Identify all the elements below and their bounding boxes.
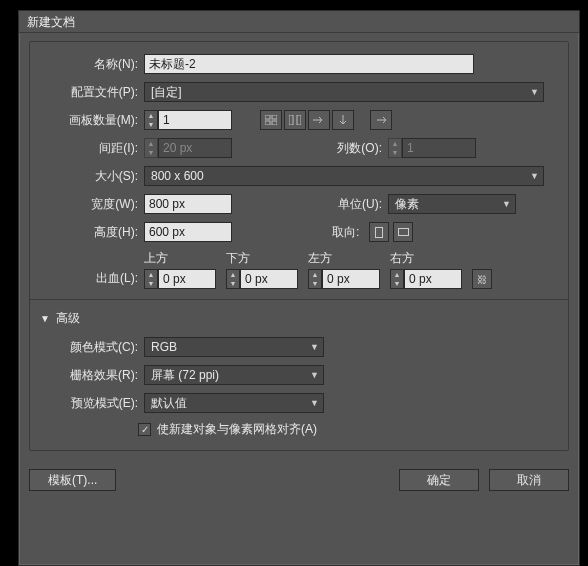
profile-value: [自定]	[151, 84, 182, 101]
height-label: 高度(H):	[40, 224, 138, 241]
spin-down-icon: ▼	[145, 148, 157, 157]
svg-rect-2	[265, 121, 270, 125]
spin-up-icon[interactable]: ▲	[391, 270, 403, 279]
color-mode-label: 颜色模式(C):	[40, 339, 138, 356]
height-input[interactable]	[144, 222, 232, 242]
spin-up-icon[interactable]: ▲	[227, 270, 239, 279]
spacing-label: 间距(I):	[40, 140, 138, 157]
svg-rect-4	[289, 115, 293, 125]
advanced-toggle[interactable]: ▼ 高级	[40, 310, 558, 327]
size-value: 800 x 600	[151, 169, 204, 183]
orientation-landscape-button[interactable]	[393, 222, 413, 242]
title-bar: 新建文档	[19, 11, 579, 33]
dialog-content: 名称(N): 配置文件(P): [自定] ▼ 画板数量(M): ▲▼	[19, 33, 579, 459]
dropdown-arrow-icon: ▼	[310, 370, 319, 380]
link-icon: ⛓	[477, 274, 487, 285]
ok-button[interactable]: 确定	[399, 469, 479, 491]
bleed-top-input[interactable]	[158, 269, 216, 289]
columns-input	[402, 138, 476, 158]
color-mode-select[interactable]: RGB ▼	[144, 337, 324, 357]
dropdown-arrow-icon: ▼	[310, 398, 319, 408]
bleed-link-button[interactable]: ⛓	[472, 269, 492, 289]
grid-row-icon[interactable]	[260, 110, 282, 130]
name-input[interactable]	[144, 54, 474, 74]
dropdown-arrow-icon: ▼	[530, 171, 539, 181]
bleed-right-spinner[interactable]: ▲▼	[390, 269, 462, 289]
dropdown-arrow-icon: ▼	[502, 199, 511, 209]
spin-up-icon: ▲	[145, 139, 157, 148]
columns-label: 列数(O):	[322, 140, 382, 157]
name-label: 名称(N):	[40, 56, 138, 73]
spin-down-icon[interactable]: ▼	[227, 279, 239, 288]
svg-rect-3	[272, 121, 277, 125]
preview-mode-value: 默认值	[151, 395, 187, 412]
spacing-input	[158, 138, 232, 158]
grid-col-icon[interactable]	[284, 110, 306, 130]
spin-down-icon: ▼	[389, 148, 401, 157]
row-rtl-icon[interactable]	[332, 110, 354, 130]
bleed-label: 出血(L):	[40, 270, 138, 289]
raster-effects-select[interactable]: 屏幕 (72 ppi) ▼	[144, 365, 324, 385]
main-group: 名称(N): 配置文件(P): [自定] ▼ 画板数量(M): ▲▼	[29, 41, 569, 451]
size-label: 大小(S):	[40, 168, 138, 185]
unit-label: 单位(U):	[322, 196, 382, 213]
bleed-left-label: 左方	[308, 250, 380, 267]
svg-rect-5	[297, 115, 301, 125]
orientation-label: 取向:	[332, 224, 359, 241]
bleed-top-label: 上方	[144, 250, 216, 267]
dropdown-arrow-icon: ▼	[530, 87, 539, 97]
width-input[interactable]	[144, 194, 232, 214]
color-mode-value: RGB	[151, 340, 177, 354]
raster-effects-value: 屏幕 (72 ppi)	[151, 367, 219, 384]
portrait-icon	[375, 227, 383, 238]
spin-up-icon[interactable]: ▲	[145, 111, 157, 120]
spin-down-icon[interactable]: ▼	[309, 279, 321, 288]
row-ltr-icon[interactable]	[308, 110, 330, 130]
size-select[interactable]: 800 x 600 ▼	[144, 166, 544, 186]
new-document-dialog: 新建文档 名称(N): 配置文件(P): [自定] ▼ 画板数量(M): ▲▼	[18, 10, 580, 566]
bleed-bottom-input[interactable]	[240, 269, 298, 289]
artboards-spinner[interactable]: ▲▼	[144, 110, 232, 130]
raster-effects-label: 栅格效果(R):	[40, 367, 138, 384]
columns-spinner: ▲▼	[388, 138, 476, 158]
separator	[30, 299, 568, 300]
bleed-right-label: 右方	[390, 250, 462, 267]
width-label: 宽度(W):	[40, 196, 138, 213]
dialog-footer: 模板(T)... 确定 取消	[19, 459, 579, 497]
spin-up-icon: ▲	[389, 139, 401, 148]
dropdown-arrow-icon: ▼	[310, 342, 319, 352]
align-pixel-label: 使新建对象与像素网格对齐(A)	[157, 421, 317, 438]
profile-select[interactable]: [自定] ▼	[144, 82, 544, 102]
profile-label: 配置文件(P):	[40, 84, 138, 101]
align-pixel-checkbox[interactable]: ✓	[138, 423, 151, 436]
cancel-button[interactable]: 取消	[489, 469, 569, 491]
spin-down-icon[interactable]: ▼	[145, 279, 157, 288]
artboards-input[interactable]	[158, 110, 232, 130]
bleed-left-spinner[interactable]: ▲▼	[308, 269, 380, 289]
unit-value: 像素	[395, 196, 419, 213]
dialog-title: 新建文档	[27, 15, 75, 29]
svg-rect-1	[272, 115, 277, 119]
spacing-spinner: ▲▼	[144, 138, 232, 158]
templates-button[interactable]: 模板(T)...	[29, 469, 116, 491]
preview-mode-label: 预览模式(E):	[40, 395, 138, 412]
advanced-label: 高级	[56, 310, 80, 327]
artboards-label: 画板数量(M):	[40, 112, 138, 129]
spin-up-icon[interactable]: ▲	[145, 270, 157, 279]
spin-up-icon[interactable]: ▲	[309, 270, 321, 279]
svg-rect-0	[265, 115, 270, 119]
preview-mode-select[interactable]: 默认值 ▼	[144, 393, 324, 413]
bleed-bottom-spinner[interactable]: ▲▼	[226, 269, 298, 289]
spin-down-icon[interactable]: ▼	[145, 120, 157, 129]
bleed-right-input[interactable]	[404, 269, 462, 289]
row-down-icon[interactable]	[370, 110, 392, 130]
bleed-top-spinner[interactable]: ▲▼	[144, 269, 216, 289]
spin-down-icon[interactable]: ▼	[391, 279, 403, 288]
bleed-bottom-label: 下方	[226, 250, 298, 267]
unit-select[interactable]: 像素 ▼	[388, 194, 516, 214]
landscape-icon	[398, 228, 409, 236]
disclosure-triangle-icon: ▼	[40, 313, 50, 324]
orientation-portrait-button[interactable]	[369, 222, 389, 242]
bleed-left-input[interactable]	[322, 269, 380, 289]
